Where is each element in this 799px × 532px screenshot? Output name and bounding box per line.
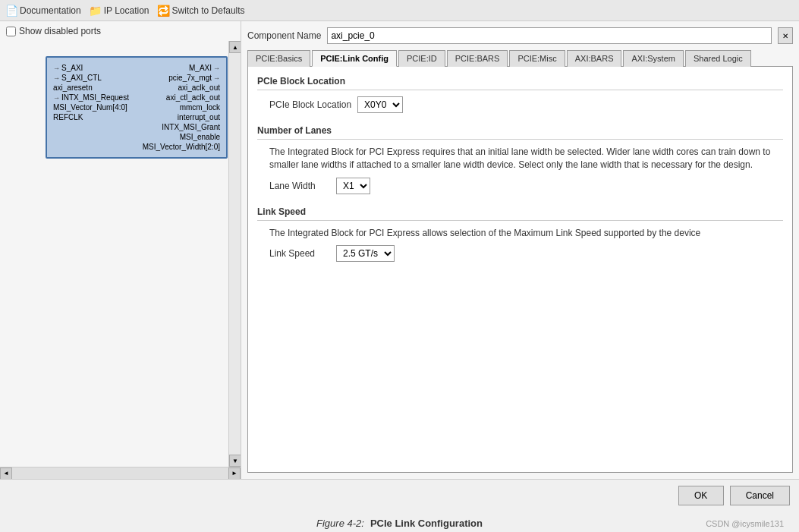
tab-pcie-link-config[interactable]: PCIE:Link Config	[312, 50, 397, 67]
block-location-header: PCIe Block Location	[257, 76, 783, 90]
documentation-icon: 📄	[6, 5, 17, 16]
port-row-maxi: → S_AXI M_AXI →	[50, 64, 223, 72]
port-left-msivnum: MSI_Vector_Num[4:0]	[53, 103, 127, 112]
scroll-up-button[interactable]: ▲	[229, 41, 241, 53]
link-speed-field-row: Link Speed 2.5 GT/s 5.0 GT/s	[269, 245, 783, 262]
scroll-thumb[interactable]	[229, 53, 241, 455]
number-of-lanes-description: The Integrated Block for PCI Express req…	[269, 146, 783, 172]
block-location-content: PCIe Block Location X0Y0 X0Y1 X1Y0	[257, 96, 783, 113]
left-panel-header: Show disabled ports	[0, 21, 241, 41]
component-name-row: Component Name ✕	[247, 27, 793, 44]
left-panel-scroll: ▲ ▼ → S_AXI	[0, 41, 241, 467]
port-right-interrupt: interrupt_out	[178, 113, 220, 121]
block-location-select[interactable]: X0Y0 X0Y1 X1Y0	[357, 96, 403, 113]
scroll-left-button[interactable]: ◄	[0, 467, 12, 480]
tab-pcie-bars[interactable]: PCIE:BARS	[447, 50, 508, 67]
section-link-speed: Link Speed The Integrated Block for PCI …	[257, 206, 783, 263]
cancel-button[interactable]: Cancel	[730, 486, 790, 505]
port-left-saxi: → S_AXI	[53, 64, 83, 72]
lane-width-select[interactable]: X1 X2 X4 X8	[336, 178, 370, 194]
link-speed-header: Link Speed	[257, 206, 783, 221]
component-name-input[interactable]	[327, 27, 772, 44]
port-right-pcie7x: pcie_7x_mgt →	[168, 74, 220, 82]
folder-icon: 📁	[90, 5, 101, 16]
port-row-interrupt: REFCLK interrupt_out	[50, 113, 223, 121]
main-window: 📄 Documentation 📁 IP Location 🔁 Switch t…	[0, 0, 799, 532]
figure-caption-prefix: Figure 4-2:	[316, 518, 364, 529]
component-name-label: Component Name	[247, 30, 321, 41]
port-left-refclk: REFCLK	[53, 113, 83, 121]
block-diagram-container: → S_AXI M_AXI → →	[0, 41, 241, 159]
component-name-clear-button[interactable]: ✕	[778, 27, 793, 44]
vertical-scrollbar[interactable]: ▲ ▼	[228, 41, 241, 467]
horizontal-scrollbar[interactable]: ◄ ►	[0, 467, 241, 479]
show-disabled-ports-text: Show disabled ports	[19, 26, 101, 36]
port-right-axiaclk: axi_aclk_out	[178, 83, 220, 92]
figure-caption-title: PCIe Link Configuration	[370, 518, 483, 529]
port-right-axictl: axi_ctl_aclk_out	[166, 93, 220, 102]
number-of-lanes-header: Number of Lanes	[257, 125, 783, 140]
ip-location-button[interactable]: 📁 IP Location	[90, 5, 149, 16]
port-row-axictl: → INTX_MSI_Request axi_ctl_aclk_out	[50, 93, 223, 102]
port-right-maxi: M_AXI →	[189, 64, 220, 72]
ok-button[interactable]: OK	[678, 486, 724, 505]
toolbar: 📄 Documentation 📁 IP Location 🔁 Switch t…	[0, 0, 799, 21]
documentation-label: Documentation	[20, 5, 81, 16]
figure-caption: Figure 4-2: PCIe Link Configuration CSDN…	[0, 512, 799, 532]
port-left-axiaresetn: axi_aresetn	[53, 83, 93, 92]
port-row-pcie7x: → S_AXI_CTL pcie_7x_mgt →	[50, 74, 223, 82]
link-speed-label: Link Speed	[269, 248, 330, 259]
port-row-intx: INTX_MSI_Grant	[50, 123, 223, 131]
csdn-watermark: CSDN @icysmile131	[706, 519, 784, 528]
switch-to-defaults-button[interactable]: 🔁 Switch to Defaults	[159, 5, 245, 16]
block-ports: → S_AXI M_AXI → →	[50, 64, 223, 151]
port-right-intx: INTX_MSI_Grant	[162, 123, 220, 131]
tab-shared-logic[interactable]: Shared Logic	[685, 50, 751, 67]
port-left-saxictl: → S_AXI_CTL	[53, 74, 102, 82]
port-right-mmcm: mmcm_lock	[180, 103, 220, 112]
refresh-icon: 🔁	[159, 5, 169, 16]
documentation-button[interactable]: 📄 Documentation	[6, 5, 81, 16]
show-disabled-ports-label[interactable]: Show disabled ports	[6, 26, 101, 36]
lane-width-field-row: Lane Width X1 X2 X4 X8	[269, 178, 783, 194]
number-of-lanes-content: The Integrated Block for PCI Express req…	[257, 146, 783, 194]
link-speed-select[interactable]: 2.5 GT/s 5.0 GT/s	[336, 245, 395, 262]
port-row-mmcm: MSI_Vector_Num[4:0] mmcm_lock	[50, 103, 223, 112]
port-right-msienable: MSI_enable	[180, 133, 220, 141]
content-area: Show disabled ports ▲ ▼	[0, 21, 799, 479]
port-row-msienable: MSI_enable	[50, 133, 223, 141]
right-panel: Component Name ✕ PCIE:Basics PCIE:Link C…	[241, 21, 799, 479]
tab-pcie-basics[interactable]: PCIE:Basics	[247, 50, 310, 67]
block-diagram: → S_AXI M_AXI → →	[46, 56, 228, 159]
tab-pcie-id[interactable]: PCIE:ID	[398, 50, 445, 67]
switch-to-defaults-label: Switch to Defaults	[172, 5, 245, 16]
tab-content: PCIe Block Location PCIe Block Location …	[247, 67, 793, 473]
scroll-down-button[interactable]: ▼	[229, 455, 241, 467]
bottom-bar: OK Cancel	[0, 479, 799, 512]
show-disabled-ports-checkbox[interactable]	[6, 27, 16, 36]
scroll-right-button[interactable]: ►	[228, 467, 241, 480]
port-left-msix: → INTX_MSI_Request	[53, 93, 129, 102]
port-row-axiaclk: axi_aresetn axi_aclk_out	[50, 83, 223, 92]
block-location-label: PCIe Block Location	[269, 99, 351, 110]
tab-axi-system[interactable]: AXI:System	[623, 50, 683, 67]
section-number-of-lanes: Number of Lanes The Integrated Block for…	[257, 125, 783, 194]
port-row-msiwidth: MSI_Vector_Width[2:0]	[50, 143, 223, 151]
link-speed-content: The Integrated Block for PCI Express all…	[257, 227, 783, 263]
ip-location-label: IP Location	[104, 5, 149, 16]
tab-axi-bars[interactable]: AXI:BARS	[567, 50, 622, 67]
lane-width-label: Lane Width	[269, 181, 330, 191]
section-block-location: PCIe Block Location PCIe Block Location …	[257, 76, 783, 113]
port-right-msiwidth: MSI_Vector_Width[2:0]	[143, 143, 220, 151]
link-speed-description: The Integrated Block for PCI Express all…	[269, 227, 783, 240]
block-location-field-row: PCIe Block Location X0Y0 X0Y1 X1Y0	[269, 96, 783, 113]
tab-pcie-misc[interactable]: PCIE:Misc	[509, 50, 565, 67]
tabs-container: PCIE:Basics PCIE:Link Config PCIE:ID PCI…	[247, 50, 793, 67]
left-panel: Show disabled ports ▲ ▼	[0, 21, 241, 479]
